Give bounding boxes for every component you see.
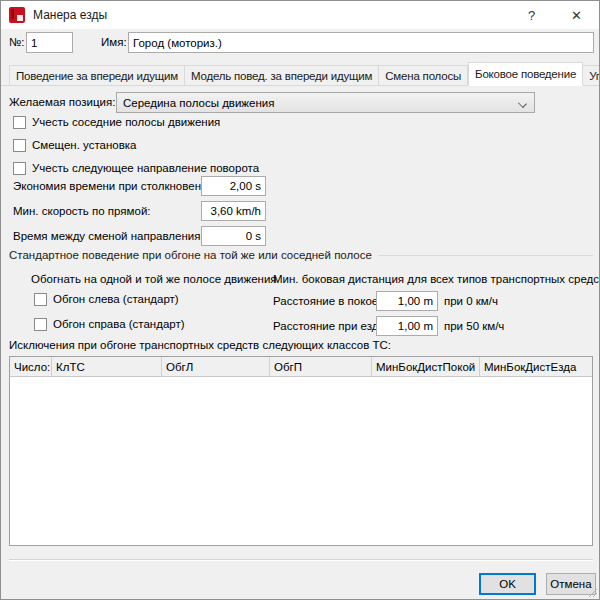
checkbox-observe-adjacent-lanes[interactable] <box>13 116 26 129</box>
distance-driving-suffix: при 50 км/ч <box>444 320 504 332</box>
collision-time-gain-label: Экономия времени при столкновении: <box>13 180 217 192</box>
app-icon-detail <box>11 9 14 19</box>
checkbox-overtake-left[interactable] <box>34 293 47 306</box>
overtake-group-title: Стандартное поведение при обгоне на той … <box>9 249 593 261</box>
tab-bar: Поведение за впереди идущим Модель повед… <box>1 62 600 86</box>
distance-driving-field[interactable] <box>376 316 438 336</box>
help-button[interactable]: ? <box>509 1 554 29</box>
column-header-count[interactable]: Число: 0 <box>10 357 52 376</box>
titlebar[interactable]: Манера езды ? ✕ <box>1 1 599 29</box>
column-header-overtake-left[interactable]: ОбгЛ <box>162 357 270 376</box>
collision-time-gain-field[interactable] <box>201 176 266 196</box>
close-icon[interactable]: ✕ <box>554 1 599 29</box>
tab-car-following-model[interactable]: Модель повед. за впереди идущим <box>185 65 379 86</box>
name-field[interactable] <box>128 32 594 53</box>
checkbox-overtake-left-label[interactable]: Обгон слева (стандарт) <box>53 293 179 305</box>
group-rule <box>378 255 593 256</box>
chevron-down-icon <box>518 98 528 108</box>
footer-divider <box>9 559 593 561</box>
lateral-direction-change-time-field[interactable] <box>201 226 266 246</box>
exceptions-table-header: Число: 0 КлТС ОбгЛ ОбгП МинБокДистПокой … <box>10 357 592 377</box>
lateral-distance-label: Мин. боковая дистанция для всех типов тр… <box>273 273 600 285</box>
number-label: №: <box>9 36 25 48</box>
distance-driving-label: Расстояние при езде: <box>273 320 388 332</box>
same-lane-overtake-label: Обогнать на одной и той же полосе движен… <box>31 273 277 285</box>
checkbox-overtake-right-label[interactable]: Обгон справа (стандарт) <box>53 318 185 330</box>
desired-position-value: Середина полосы движения <box>123 97 518 109</box>
column-header-min-dist-standing[interactable]: МинБокДистПокой <box>372 357 480 376</box>
column-header-min-dist-driving[interactable]: МинБокДистЕзда <box>480 357 592 376</box>
exceptions-label: Исключения при обгоне транспортных средс… <box>9 339 391 351</box>
checkbox-overtake-right[interactable] <box>34 318 47 331</box>
name-label: Имя: <box>101 36 127 48</box>
tab-lateral-behavior[interactable]: Боковое поведение <box>468 62 583 86</box>
tab-lane-change[interactable]: Смена полосы <box>379 65 468 86</box>
desired-position-select[interactable]: Середина полосы движения <box>116 92 535 113</box>
checkbox-diamond-queuing-label[interactable]: Смещен. установка <box>32 139 137 151</box>
distance-standing-label: Расстояние в покое: <box>273 295 381 307</box>
window-title: Манера езды <box>33 8 107 22</box>
desired-position-label: Желаемая позиция: <box>9 96 115 108</box>
column-header-vehclass[interactable]: КлТС <box>52 357 162 376</box>
checkbox-observe-adjacent-lanes-label[interactable]: Учесть соседние полосы движения <box>32 116 220 128</box>
checkbox-consider-next-turn[interactable] <box>13 162 26 175</box>
min-longitudinal-speed-field[interactable] <box>201 201 266 221</box>
checkbox-diamond-queuing[interactable] <box>13 139 26 152</box>
driving-behavior-dialog: Манера езды ? ✕ №: Имя: Поведение за впе… <box>0 0 600 600</box>
min-longitudinal-speed-label: Мин. скорость по прямой: <box>13 205 151 217</box>
distance-standing-field[interactable] <box>376 291 438 311</box>
tab-signal-control[interactable]: Управление ССУ <box>583 65 600 86</box>
tab-following-behavior[interactable]: Поведение за впереди идущим <box>9 65 185 86</box>
ok-button[interactable]: OK <box>479 573 536 595</box>
exceptions-table[interactable]: Число: 0 КлТС ОбгЛ ОбгП МинБокДистПокой … <box>9 356 593 546</box>
number-field[interactable] <box>26 32 73 53</box>
exceptions-table-body[interactable] <box>10 377 592 545</box>
column-header-overtake-right[interactable]: ОбгП <box>270 357 372 376</box>
resize-grip[interactable] <box>587 587 597 597</box>
app-icon-detail <box>17 15 23 21</box>
distance-standing-suffix: при 0 км/ч <box>444 295 498 307</box>
lateral-direction-change-time-label: Время между сменой направления: <box>13 230 204 242</box>
app-icon <box>9 7 25 23</box>
checkbox-consider-next-turn-label[interactable]: Учесть следующее направление поворота <box>32 162 259 174</box>
